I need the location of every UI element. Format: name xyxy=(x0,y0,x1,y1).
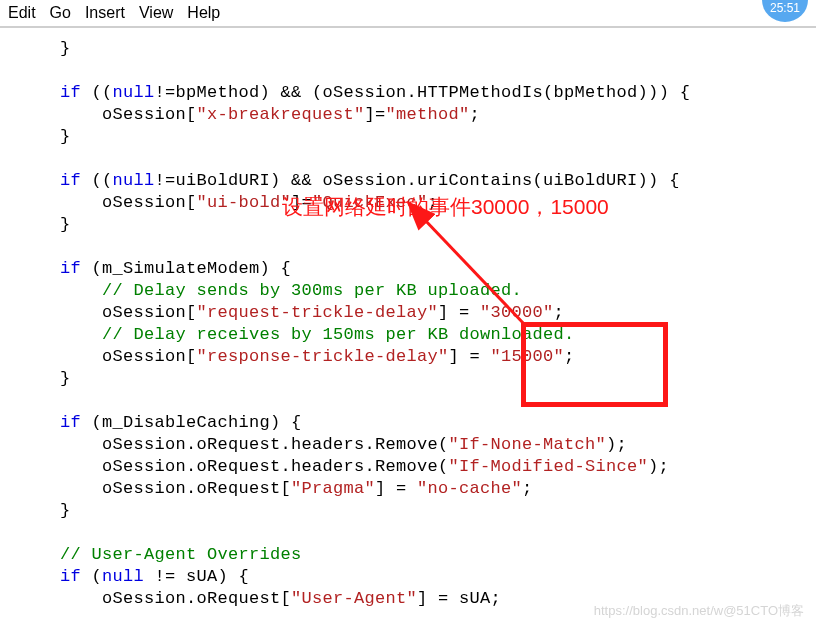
string: "If-Modified-Since" xyxy=(449,457,649,476)
code-text: ( xyxy=(81,567,102,586)
keyword: null xyxy=(102,567,144,586)
code-text: oSession.oRequest[ xyxy=(60,479,291,498)
code-text: oSession.oRequest.headers.Remove( xyxy=(60,435,449,454)
code-text: (m_SimulateModem) { xyxy=(81,259,291,278)
code-text: !=uiBoldURI) && oSession.uriContains(uiB… xyxy=(155,171,680,190)
code-text: ] = xyxy=(438,303,480,322)
keyword: if xyxy=(60,259,81,278)
code-text: ); xyxy=(606,435,627,454)
code-line: } xyxy=(60,215,71,234)
menu-go[interactable]: Go xyxy=(50,4,71,22)
code-text: ] = xyxy=(449,347,491,366)
menu-insert[interactable]: Insert xyxy=(85,4,125,22)
code-text: ; xyxy=(522,479,533,498)
code-line: } xyxy=(60,369,71,388)
code-text: (( xyxy=(81,171,113,190)
code-line: } xyxy=(60,39,71,58)
string: "x-breakrequest" xyxy=(197,105,365,124)
string: "method" xyxy=(386,105,470,124)
code-text: ] = sUA; xyxy=(417,589,501,608)
string: "If-None-Match" xyxy=(449,435,607,454)
string: "no-cache" xyxy=(417,479,522,498)
string: "User-Agent" xyxy=(291,589,417,608)
code-line: } xyxy=(60,501,71,520)
keyword: null xyxy=(113,83,155,102)
keyword: if xyxy=(60,83,81,102)
menubar: Edit Go Insert View Help xyxy=(0,0,816,28)
code-text: (( xyxy=(81,83,113,102)
code-text: oSession[ xyxy=(60,347,197,366)
code-text: oSession[ xyxy=(60,193,197,212)
string: "Pragma" xyxy=(291,479,375,498)
code-text: ); xyxy=(648,457,669,476)
watermark: https://blog.csdn.net/w@51CTO博客 xyxy=(594,602,804,620)
menu-view[interactable]: View xyxy=(139,4,173,22)
menu-help[interactable]: Help xyxy=(187,4,220,22)
string: "15000" xyxy=(491,347,565,366)
comment: // User-Agent Overrides xyxy=(60,545,302,564)
string: "QuickExec" xyxy=(312,193,428,212)
code-text: oSession[ xyxy=(60,105,197,124)
keyword: if xyxy=(60,413,81,432)
code-text: !=bpMethod) && (oSession.HTTPMethodIs(bp… xyxy=(155,83,691,102)
string: "request-trickle-delay" xyxy=(197,303,439,322)
code-text: ]= xyxy=(291,193,312,212)
comment: // Delay sends by 300ms per KB uploaded. xyxy=(60,281,522,300)
string: "ui-bold" xyxy=(197,193,292,212)
code-text: ; xyxy=(554,303,565,322)
code-text: oSession[ xyxy=(60,303,197,322)
code-text: oSession.oRequest.headers.Remove( xyxy=(60,457,449,476)
code-text: oSession.oRequest[ xyxy=(60,589,291,608)
code-text: ; xyxy=(470,105,481,124)
code-text: ]= xyxy=(365,105,386,124)
string: "response-trickle-delay" xyxy=(197,347,449,366)
keyword: null xyxy=(113,171,155,190)
code-text: ; xyxy=(428,193,439,212)
code-text: ] = xyxy=(375,479,417,498)
keyword: if xyxy=(60,171,81,190)
code-text: ; xyxy=(564,347,575,366)
code-text: (m_DisableCaching) { xyxy=(81,413,302,432)
code-editor[interactable]: } if ((null!=bpMethod) && (oSession.HTTP… xyxy=(0,28,816,610)
comment: // Delay receives by 150ms per KB downlo… xyxy=(60,325,575,344)
menu-edit[interactable]: Edit xyxy=(8,4,36,22)
code-line: } xyxy=(60,127,71,146)
code-text: != sUA) { xyxy=(144,567,249,586)
string: "30000" xyxy=(480,303,554,322)
keyword: if xyxy=(60,567,81,586)
